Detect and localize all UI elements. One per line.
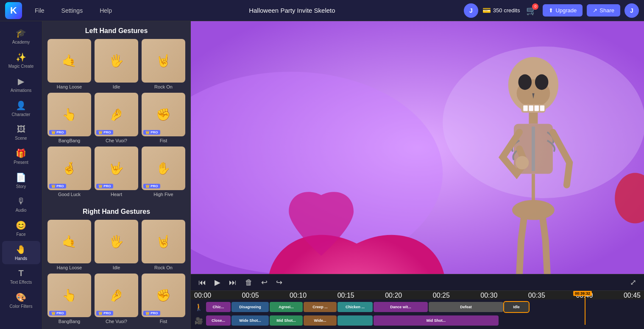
clip-mid-shot[interactable]: Mid Shot... xyxy=(270,315,303,326)
svg-rect-11 xyxy=(540,105,545,111)
ruler-tick-35: 00:35 xyxy=(528,292,545,299)
sidebar: 🎓 Academy ✨ Magic Create ▶ Animations 👤 … xyxy=(0,21,42,329)
gesture-left-high-five[interactable]: ✋ 👑 PRO High Five xyxy=(142,147,185,197)
menu-settings[interactable]: Settings xyxy=(53,0,92,21)
left-hand-title: Left Hand Gestures xyxy=(42,21,190,39)
pro-badge: 👑 PRO xyxy=(49,130,66,135)
gesture-left-good-luck[interactable]: 🤞 👑 PRO Good Luck xyxy=(47,147,91,197)
skip-forward-button[interactable]: ⏭ xyxy=(227,277,238,288)
timeline-controls: ⏮ ▶ ⏭ 🗑 ↩ ↪ ⤢ xyxy=(191,274,644,291)
gesture-left-heart[interactable]: 🤟 👑 PRO Heart xyxy=(95,147,138,197)
track-character-icon: 🚶 xyxy=(194,302,204,312)
share-button[interactable]: ↗ Share xyxy=(587,4,620,17)
timeline-track-area[interactable]: 00:00 00:05 00:10 00:15 00:20 00:25 00:3… xyxy=(191,291,644,329)
gesture-thumb: 🤌 👑 PRO xyxy=(95,93,138,136)
gesture-right-rock-on[interactable]: 🤘 Rock On xyxy=(142,220,185,270)
gesture-thumb: ✋ 👑 PRO xyxy=(142,147,185,190)
sidebar-item-magic-create[interactable]: ✨ Magic Create xyxy=(2,49,40,72)
gesture-thumb: 👆 👑 PRO xyxy=(47,93,91,136)
text-effects-icon: T xyxy=(18,268,23,278)
clip-wide2[interactable]: Wide... xyxy=(304,315,337,326)
ruler-tick-45: 00:45 xyxy=(624,292,641,299)
character-icon: 👤 xyxy=(16,100,26,111)
gesture-left-rock-on[interactable]: 🤘 Rock On xyxy=(142,39,185,89)
upgrade-icon: ⬆ xyxy=(549,7,553,14)
track-scene-clips: Close... Wide Shot... Mid Shot... Wide..… xyxy=(206,315,641,326)
gesture-thumb: 🤟 👑 PRO xyxy=(95,147,138,190)
clip-agreeing[interactable]: Agreei... xyxy=(270,302,303,312)
svg-rect-10 xyxy=(535,105,539,111)
gesture-right-idle[interactable]: 🖐 Idle xyxy=(95,220,138,270)
sidebar-item-text-effects[interactable]: T Text Effects xyxy=(2,265,40,288)
gestures-panel: Left Hand Gestures 🤙 Hang Loose 🖐 Idle 🤘… xyxy=(42,21,191,329)
gesture-left-idle[interactable]: 🖐 Idle xyxy=(95,39,138,89)
clip-defeat[interactable]: Defeat xyxy=(429,302,503,312)
playhead-time: 00:39:32 xyxy=(573,291,592,296)
track-scene-icon: 🎥 xyxy=(194,316,204,325)
upgrade-button[interactable]: ⬆ Upgrade xyxy=(543,4,583,17)
svg-point-6 xyxy=(535,74,549,90)
pro-badge: 👑 PRO xyxy=(143,130,160,135)
sidebar-item-academy[interactable]: 🎓 Academy xyxy=(2,25,40,48)
gesture-left-chevuoi[interactable]: 🤌 👑 PRO Che Vuoi? xyxy=(95,93,138,143)
track-row-scene: 🎥 Close... Wide Shot... Mid Shot... Wide… xyxy=(194,315,641,326)
menu-file[interactable]: File xyxy=(26,0,53,21)
gesture-thumb: ✊ 👑 PRO xyxy=(142,274,185,317)
story-icon: 📄 xyxy=(16,172,26,182)
main-layout: 🎓 Academy ✨ Magic Create ▶ Animations 👤 … xyxy=(0,21,644,329)
clip-close[interactable]: Close... xyxy=(206,315,231,326)
play-button[interactable]: ▶ xyxy=(213,277,222,288)
sidebar-item-hands[interactable]: 🤚 Hands xyxy=(2,241,40,264)
gesture-left-hang-loose[interactable]: 🤙 Hang Loose xyxy=(47,39,91,89)
project-title: Halloween Party Invite Skeleto xyxy=(125,7,460,14)
pro-badge: 👑 PRO xyxy=(143,184,160,188)
pro-badge: 👑 PRO xyxy=(143,311,160,315)
gesture-left-bangbang[interactable]: 👆 👑 PRO BangBang xyxy=(47,93,91,143)
menu-help[interactable]: Help xyxy=(91,0,120,21)
timeline: ⏮ ▶ ⏭ 🗑 ↩ ↪ ⤢ 00:00 00:05 00:10 00:15 00… xyxy=(191,274,644,329)
magic-create-icon: ✨ xyxy=(16,52,26,62)
clip-wide-shot[interactable]: Wide Shot... xyxy=(231,315,269,326)
gesture-thumb: 🤘 xyxy=(142,220,185,263)
topbar-menu: File Settings Help xyxy=(26,0,120,21)
sidebar-item-character[interactable]: 👤 Character xyxy=(2,97,40,120)
expand-button[interactable]: ⤢ xyxy=(628,277,638,288)
clip-disagreeing[interactable]: Disagreeing xyxy=(231,302,269,312)
gesture-left-fist[interactable]: ✊ 👑 PRO Fist xyxy=(142,93,185,143)
clip-mid-shot2[interactable]: Mid Shot... xyxy=(374,315,499,326)
gesture-right-fist[interactable]: ✊ 👑 PRO Fist xyxy=(142,274,185,324)
sidebar-item-story[interactable]: 📄 Story xyxy=(2,169,40,192)
topbar-right: J 💳 350 credits 🛒 0 ⬆ Upgrade ↗ Share J xyxy=(464,3,639,18)
pro-badge: 👑 PRO xyxy=(49,311,66,315)
clip-idle[interactable]: Idle xyxy=(504,302,529,312)
sidebar-item-audio[interactable]: 🎙 Audio xyxy=(2,193,40,216)
svg-rect-14 xyxy=(532,127,535,171)
gesture-right-chevuoi[interactable]: 🤌 👑 PRO Che Vuoi? xyxy=(95,274,138,324)
sidebar-item-present[interactable]: 🎁 Present xyxy=(2,145,40,168)
clip-empty[interactable] xyxy=(337,315,373,326)
redo-button[interactable]: ↪ xyxy=(274,277,284,288)
gesture-thumb: 🖐 xyxy=(95,220,138,263)
gesture-right-bangbang[interactable]: 👆 👑 PRO BangBang xyxy=(47,274,91,324)
gesture-thumb: 🤌 👑 PRO xyxy=(95,274,138,317)
clip-dance[interactable]: Dance wit... xyxy=(374,302,428,312)
user-avatar[interactable]: J xyxy=(464,3,478,18)
pro-badge: 👑 PRO xyxy=(96,184,113,188)
clip-chic[interactable]: Chic... xyxy=(206,302,231,312)
credits-display[interactable]: 💳 350 credits xyxy=(482,6,520,14)
sidebar-item-animations[interactable]: ▶ Animations xyxy=(2,73,40,96)
cart-button[interactable]: 🛒 0 xyxy=(524,3,538,18)
gesture-right-hang-loose[interactable]: 🤙 Hang Loose xyxy=(47,220,91,270)
svg-point-17 xyxy=(512,200,555,220)
sidebar-item-face[interactable]: 😊 Face xyxy=(2,217,40,240)
ruler-tick-10: 00:10 xyxy=(290,292,307,299)
undo-button[interactable]: ↩ xyxy=(259,277,269,288)
sidebar-item-scene[interactable]: 🖼 Scene xyxy=(2,121,40,144)
clip-chicken[interactable]: Chicken ... xyxy=(337,302,373,312)
delete-button[interactable]: 🗑 xyxy=(243,277,254,288)
clip-creep[interactable]: Creep ... xyxy=(304,302,337,312)
user-avatar-right[interactable]: J xyxy=(624,3,639,18)
sidebar-item-color-filters[interactable]: 🎨 Color Filters xyxy=(2,289,40,312)
skip-back-button[interactable]: ⏮ xyxy=(197,277,208,288)
share-icon: ↗ xyxy=(593,7,597,14)
